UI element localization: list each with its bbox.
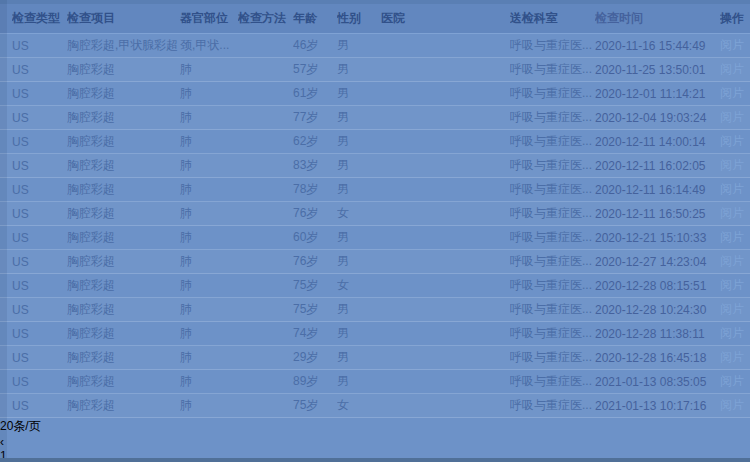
cell-project: 胸腔彩超: [67, 253, 180, 270]
cell-action: 阅片: [720, 373, 750, 390]
view-film-link[interactable]: 阅片: [720, 350, 744, 364]
hospital-redacted-blur: [381, 183, 477, 196]
cell-hospital: [381, 375, 510, 388]
cell-age: 76岁: [293, 253, 337, 270]
cell-organ: 肺: [180, 373, 238, 390]
column-label: 检查项目: [67, 11, 115, 25]
table-row: US胸腔彩超肺75岁女呼吸与重症医...2020-12-28 08:15:51阅…: [0, 274, 750, 298]
cell-action: 阅片: [720, 85, 750, 102]
view-film-link[interactable]: 阅片: [720, 254, 744, 268]
cell-time: 2020-12-11 16:14:49: [595, 183, 720, 197]
hospital-redacted-blur: [381, 255, 503, 268]
cell-hospital: [381, 255, 510, 268]
table-row: US胸腔彩超肺75岁女呼吸与重症医...2021-01-13 10:17:16阅…: [0, 394, 750, 418]
cell-project: 胸腔彩超: [67, 85, 180, 102]
hospital-redacted-blur: [381, 87, 509, 100]
cell-hospital: [381, 207, 510, 220]
view-film-link[interactable]: 阅片: [720, 38, 744, 52]
cell-time: 2020-12-28 11:38:11: [595, 327, 720, 341]
table-row: US胸腔彩超肺60岁男呼吸与重症医...2020-12-21 15:10:33阅…: [0, 226, 750, 250]
view-film-link[interactable]: 阅片: [720, 86, 744, 100]
cell-type: US: [12, 231, 67, 245]
cell-type: US: [12, 39, 67, 53]
cell-type: US: [12, 279, 67, 293]
cell-hospital: [381, 399, 510, 412]
cell-hospital: [381, 279, 510, 292]
cell-age: 29岁: [293, 349, 337, 366]
cell-time: 2021-01-13 08:35:05: [595, 375, 720, 389]
cell-age: 78岁: [293, 181, 337, 198]
view-film-link[interactable]: 阅片: [720, 374, 744, 388]
cell-organ: 肺: [180, 205, 238, 222]
cell-dept: 呼吸与重症医...: [510, 277, 595, 294]
cell-time: 2020-12-28 10:24:30: [595, 303, 720, 317]
table-header: 检查类型检查项目器官部位检查方法年龄性别医院送检科室检查时间操作: [0, 4, 750, 34]
cell-dept: 呼吸与重症医...: [510, 181, 595, 198]
page-size-select[interactable]: 20条/页: [0, 418, 750, 435]
cell-type: US: [12, 111, 67, 125]
cell-gender: 男: [337, 37, 381, 54]
cell-organ: 肺: [180, 325, 238, 342]
view-film-link[interactable]: 阅片: [720, 182, 744, 196]
cell-hospital: [381, 111, 510, 124]
cell-type: US: [12, 63, 67, 77]
cell-action: 阅片: [720, 397, 750, 414]
cell-gender: 男: [337, 133, 381, 150]
view-film-link[interactable]: 阅片: [720, 62, 744, 76]
cell-time: 2020-12-01 11:14:21: [595, 87, 720, 101]
cell-dept: 呼吸与重症医...: [510, 229, 595, 246]
cell-type: US: [12, 303, 67, 317]
cell-project: 胸腔彩超: [67, 301, 180, 318]
view-film-link[interactable]: 阅片: [720, 278, 744, 292]
cell-project: 胸腔彩超: [67, 349, 180, 366]
view-film-link[interactable]: 阅片: [720, 206, 744, 220]
cell-hospital: [381, 183, 510, 196]
cell-type: US: [12, 351, 67, 365]
cell-type: US: [12, 375, 67, 389]
cell-type: US: [12, 255, 67, 269]
cell-hospital: [381, 63, 510, 76]
cell-type: US: [12, 207, 67, 221]
view-film-link[interactable]: 阅片: [720, 158, 744, 172]
view-film-link[interactable]: 阅片: [720, 230, 744, 244]
view-film-link[interactable]: 阅片: [720, 110, 744, 124]
column-header-hospital: 医院: [381, 10, 510, 27]
table-body: US胸腔彩超,甲状腺彩超颈,甲状...46岁男呼吸与重症医...2020-11-…: [0, 34, 750, 418]
cell-age: 75岁: [293, 397, 337, 414]
cell-project: 胸腔彩超,甲状腺彩超: [67, 37, 180, 54]
table-row: US胸腔彩超肺83岁男呼吸与重症医...2020-12-11 16:02:05阅…: [0, 154, 750, 178]
cell-dept: 呼吸与重症医...: [510, 253, 595, 270]
cell-dept: 呼吸与重症医...: [510, 37, 595, 54]
cell-gender: 男: [337, 85, 381, 102]
prev-page-button[interactable]: ‹: [0, 435, 750, 449]
view-film-link[interactable]: 阅片: [720, 398, 744, 412]
hospital-redacted-blur: [381, 159, 505, 172]
table-row: US胸腔彩超肺57岁男呼吸与重症医...2020-11-25 13:50:01阅…: [0, 58, 750, 82]
cell-organ: 肺: [180, 133, 238, 150]
cell-organ: 颈,甲状...: [180, 37, 238, 54]
cell-hospital: [381, 135, 510, 148]
pagination-bar: 20条/页 ‹ 123456···16: [0, 418, 750, 462]
column-label: 检查时间: [595, 10, 643, 27]
view-film-link[interactable]: 阅片: [720, 134, 744, 148]
view-film-link[interactable]: 阅片: [720, 326, 744, 340]
hospital-redacted-blur: [381, 111, 481, 124]
table-row: US胸腔彩超肺61岁男呼吸与重症医...2020-12-01 11:14:21阅…: [0, 82, 750, 106]
cell-dept: 呼吸与重症医...: [510, 301, 595, 318]
column-header-age: 年龄: [293, 10, 337, 27]
cell-hospital: [381, 87, 510, 100]
cell-time: 2020-12-28 16:45:18: [595, 351, 720, 365]
cell-project: 胸腔彩超: [67, 373, 180, 390]
column-label: 检查方法: [238, 11, 286, 25]
cell-project: 胸腔彩超: [67, 61, 180, 78]
cell-gender: 女: [337, 397, 381, 414]
cell-time: 2020-12-27 14:23:04: [595, 255, 720, 269]
cell-organ: 肺: [180, 277, 238, 294]
hospital-redacted-blur: [381, 39, 499, 52]
cell-organ: 肺: [180, 301, 238, 318]
column-header-method: 检查方法: [238, 10, 293, 27]
cell-action: 阅片: [720, 157, 750, 174]
column-header-time[interactable]: 检查时间: [595, 10, 720, 27]
column-header-gender: 性别: [337, 10, 381, 27]
view-film-link[interactable]: 阅片: [720, 302, 744, 316]
